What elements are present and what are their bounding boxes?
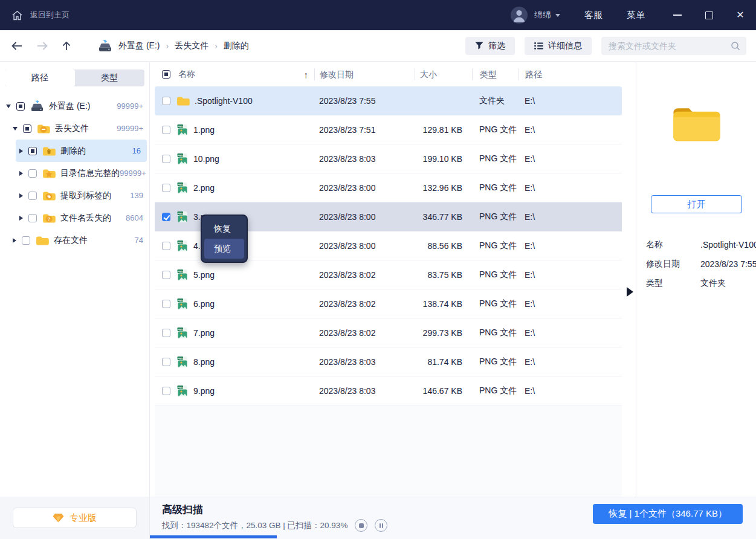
png-file-icon: PNG xyxy=(176,327,189,339)
file-row[interactable]: PNG10.png2023/8/23 8:03199.10 KBPNG 文件E:… xyxy=(155,144,622,173)
svg-text:PNG: PNG xyxy=(177,386,183,389)
open-button[interactable]: 打开 xyxy=(651,195,742,213)
search-icon[interactable] xyxy=(731,41,740,51)
tree-checkbox[interactable] xyxy=(22,236,30,245)
scan-stats: 找到：193482个文件，25.03 GB | 已扫描：20.93% xyxy=(162,520,347,531)
header-size[interactable]: 大小 xyxy=(415,68,472,80)
breadcrumb-item[interactable]: 外置盘 (E:) xyxy=(118,40,160,51)
tree-item[interactable]: ?文件名丢失的8604 xyxy=(0,207,149,229)
home-button[interactable]: 返回到主页 xyxy=(11,9,69,22)
header-name[interactable]: 名称 ↑ xyxy=(155,69,314,80)
recover-button[interactable]: 恢复 | 1个文件（346.77 KB） xyxy=(593,504,743,524)
row-checkbox[interactable] xyxy=(162,300,170,308)
tree-checkbox[interactable] xyxy=(28,147,37,155)
support-link[interactable]: 客服 xyxy=(584,10,603,21)
sidebar-tabs: 路径类型 xyxy=(5,69,144,86)
file-row[interactable]: PNG5.png2023/8/23 8:0283.75 KBPNG 文件E:\ xyxy=(155,260,622,289)
file-size: 138.74 KB xyxy=(415,299,472,309)
svg-text:PNG: PNG xyxy=(177,299,183,302)
file-path: E:\ xyxy=(519,270,622,280)
search-input[interactable] xyxy=(607,40,731,51)
minimize-button[interactable] xyxy=(662,0,693,30)
row-checkbox[interactable] xyxy=(162,97,170,105)
row-checkbox[interactable] xyxy=(162,184,170,192)
file-row[interactable]: PNG2.png2023/8/23 8:00132.96 KBPNG 文件E:\ xyxy=(155,173,622,202)
chevron-right-icon[interactable] xyxy=(19,149,23,153)
tree-item-count: 74 xyxy=(135,236,149,245)
username[interactable]: 绵绵 xyxy=(534,10,551,21)
tree-checkbox[interactable] xyxy=(16,102,25,111)
context-menu-item-recover[interactable]: 恢复 xyxy=(204,219,244,239)
pro-version-label: 专业版 xyxy=(69,512,97,524)
tree-item[interactable]: 目录信息完整的99999+ xyxy=(0,162,149,184)
file-row[interactable]: PNG1.png2023/8/23 7:51129.81 KBPNG 文件E:\ xyxy=(155,115,622,144)
tree-item[interactable]: 存在文件74 xyxy=(0,229,149,251)
stop-scan-button[interactable] xyxy=(355,519,367,532)
back-button[interactable] xyxy=(11,41,23,51)
details-button[interactable]: 详细信息 xyxy=(525,37,592,55)
file-row[interactable]: PNG8.png2023/8/23 8:0381.74 KBPNG 文件E:\ xyxy=(155,347,622,376)
select-all-checkbox[interactable] xyxy=(162,70,170,79)
header-type[interactable]: 类型 xyxy=(472,68,519,80)
row-checkbox[interactable] xyxy=(162,358,170,366)
file-type: PNG 文件 xyxy=(472,153,519,164)
tree-item-count: 139 xyxy=(130,191,149,200)
filter-button[interactable]: 筛选 xyxy=(465,37,515,55)
file-row[interactable]: PNG6.png2023/8/23 8:02138.74 KBPNG 文件E:\ xyxy=(155,289,622,318)
chevron-right-icon[interactable] xyxy=(13,238,16,243)
user-dropdown-caret-icon[interactable] xyxy=(555,14,560,17)
pause-scan-button[interactable] xyxy=(375,519,387,532)
file-date: 2023/8/23 8:02 xyxy=(314,299,415,309)
breadcrumb-item[interactable]: 丢失文件 xyxy=(175,40,208,51)
row-checkbox[interactable] xyxy=(162,387,170,395)
row-checkbox[interactable] xyxy=(162,126,170,134)
file-size: 299.73 KB xyxy=(415,328,472,338)
chevron-right-icon[interactable] xyxy=(19,193,23,198)
preview-panel: 打开 名称.Spotlight-V100修改日期2023/8/23 7:55类型… xyxy=(636,62,756,497)
tree-item[interactable]: 提取到标签的139 xyxy=(0,184,149,207)
user-avatar[interactable] xyxy=(510,6,528,24)
row-checkbox[interactable] xyxy=(162,329,170,337)
breadcrumb-item[interactable]: 删除的 xyxy=(224,40,249,51)
pro-version-button[interactable]: 专业版 xyxy=(13,508,137,528)
close-button[interactable]: ✕ xyxy=(725,0,756,30)
row-checkbox[interactable] xyxy=(162,213,170,221)
context-menu-item-preview[interactable]: 预览 xyxy=(204,239,244,259)
tree-item[interactable]: 丢失文件99999+ xyxy=(0,117,149,140)
up-button[interactable] xyxy=(62,40,71,51)
collapse-panel-arrow-icon[interactable] xyxy=(627,287,633,297)
preview-field-label: 名称 xyxy=(646,239,700,250)
chevron-right-icon[interactable] xyxy=(19,171,23,176)
tree-checkbox[interactable] xyxy=(28,169,37,178)
chevron-down-icon[interactable] xyxy=(13,127,18,131)
file-row[interactable]: .Spotlight-V1002023/8/23 7:55文件夹E:\ xyxy=(155,86,622,115)
tree-item[interactable]: 外置盘 (E:)99999+ xyxy=(0,95,149,117)
tree-checkbox[interactable] xyxy=(28,214,37,222)
sort-ascending-icon[interactable]: ↑ xyxy=(304,69,309,80)
row-checkbox[interactable] xyxy=(162,271,170,279)
menu-link[interactable]: 菜单 xyxy=(627,10,645,21)
png-file-icon: PNG xyxy=(176,385,189,397)
chevron-down-icon[interactable] xyxy=(6,105,11,108)
tree-item-label: 提取到标签的 xyxy=(60,190,111,201)
file-date: 2023/8/23 8:00 xyxy=(314,183,415,193)
tree-item-label: 删除的 xyxy=(60,146,86,157)
chevron-right-icon[interactable] xyxy=(19,216,23,221)
tree-checkbox[interactable] xyxy=(28,192,37,200)
tree-item[interactable]: 删除的16 xyxy=(16,140,147,162)
header-date[interactable]: 修改日期 xyxy=(314,68,415,80)
file-row[interactable]: PNG9.png2023/8/23 8:03146.67 KBPNG 文件E:\ xyxy=(155,376,622,405)
search-box[interactable] xyxy=(601,37,746,55)
row-checkbox[interactable] xyxy=(162,155,170,163)
header-path[interactable]: 路径 xyxy=(519,68,622,80)
file-row[interactable]: PNG7.png2023/8/23 8:02299.73 KBPNG 文件E:\ xyxy=(155,318,622,347)
forward-button[interactable] xyxy=(36,41,48,51)
file-path: E:\ xyxy=(519,386,622,396)
file-path: E:\ xyxy=(519,212,622,222)
sidebar-tab-type[interactable]: 类型 xyxy=(75,69,145,86)
tree-checkbox[interactable] xyxy=(23,124,31,133)
row-checkbox[interactable] xyxy=(162,242,170,250)
maximize-button[interactable] xyxy=(693,0,725,30)
preview-field-value: .Spotlight-V100 xyxy=(700,240,756,250)
sidebar-tab-path[interactable]: 路径 xyxy=(5,69,75,86)
